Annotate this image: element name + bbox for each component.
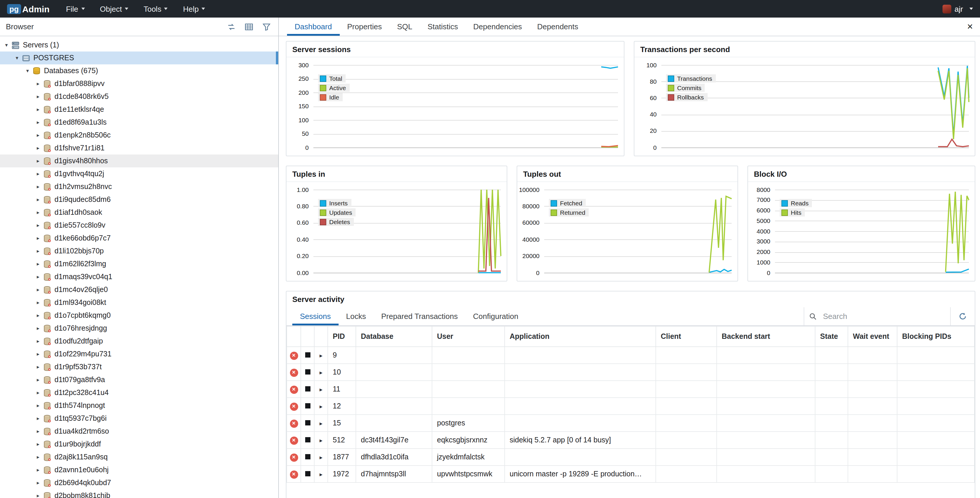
chevron-right-icon[interactable]: ▸ bbox=[320, 403, 323, 410]
chevron-right-icon[interactable]: ▸ bbox=[34, 209, 42, 215]
tree-item-database[interactable]: ▸d1ie557cc8lo9v bbox=[0, 219, 278, 232]
chevron-right-icon[interactable]: ▸ bbox=[34, 132, 42, 138]
chevron-right-icon[interactable]: ▸ bbox=[34, 454, 42, 460]
terminate-session-icon[interactable]: ✕ bbox=[290, 369, 298, 377]
chevron-right-icon[interactable]: ▸ bbox=[34, 81, 42, 87]
session-row[interactable]: ✕▸15postgres bbox=[287, 415, 974, 431]
terminate-session-icon[interactable]: ✕ bbox=[290, 436, 298, 445]
tree-item-server-postgres[interactable]: ▾POSTGRES bbox=[0, 51, 278, 64]
tree-item-database[interactable]: ▸d1enpk2n8b506c bbox=[0, 129, 278, 142]
tree-item-servers[interactable]: ▾Servers (1) bbox=[0, 39, 278, 51]
terminate-session-icon[interactable]: ✕ bbox=[290, 454, 298, 462]
menu-tools[interactable]: Tools bbox=[143, 5, 168, 13]
chevron-right-icon[interactable]: ▸ bbox=[34, 325, 42, 331]
tree-item-database[interactable]: ▸d1cde8408rk6v5 bbox=[0, 90, 278, 103]
tree-item-database[interactable]: ▸d1ed8f69a1u3ls bbox=[0, 116, 278, 129]
session-row[interactable]: ✕▸9 bbox=[287, 347, 974, 364]
chevron-right-icon[interactable]: ▸ bbox=[34, 184, 42, 190]
chevron-right-icon[interactable]: ▸ bbox=[320, 369, 323, 376]
chevron-right-icon[interactable]: ▸ bbox=[34, 94, 42, 100]
menu-help[interactable]: Help bbox=[183, 5, 205, 13]
session-row[interactable]: ✕▸512dc3t4f143gil7eeqkcsgbjsrxnnzsidekiq… bbox=[287, 431, 974, 449]
cancel-query-icon[interactable] bbox=[305, 437, 310, 442]
chevron-right-icon[interactable]: ▸ bbox=[34, 158, 42, 164]
column-header-database[interactable]: Database bbox=[356, 326, 432, 347]
tree-item-database[interactable]: ▸d1ml934goi08kt bbox=[0, 296, 278, 309]
tree-item-database[interactable]: ▸d1i9qudec85dm6 bbox=[0, 193, 278, 206]
terminate-session-icon[interactable]: ✕ bbox=[290, 420, 298, 428]
chevron-right-icon[interactable]: ▸ bbox=[34, 338, 42, 344]
column-header-wait-event[interactable]: Wait event bbox=[848, 326, 897, 347]
chevron-right-icon[interactable]: ▸ bbox=[34, 300, 42, 306]
chevron-right-icon[interactable]: ▸ bbox=[34, 416, 42, 421]
terminate-session-icon[interactable]: ✕ bbox=[290, 385, 298, 394]
cancel-query-icon[interactable] bbox=[305, 471, 310, 476]
terminate-session-icon[interactable]: ✕ bbox=[290, 403, 298, 411]
tree-item-database[interactable]: ▸d2bobm8k81chib bbox=[0, 489, 278, 498]
activity-tab-prepared-transactions[interactable]: Prepared Transactions bbox=[374, 307, 465, 325]
filter-icon[interactable] bbox=[261, 21, 272, 32]
tree-item-database[interactable]: ▸d1of229m4pu731 bbox=[0, 347, 278, 360]
chevron-right-icon[interactable]: ▸ bbox=[34, 171, 42, 177]
column-header-user[interactable]: User bbox=[432, 326, 504, 347]
tree-item-database[interactable]: ▸d1th574lnpnogt bbox=[0, 399, 278, 412]
cancel-query-icon[interactable] bbox=[305, 403, 310, 408]
chevron-right-icon[interactable]: ▸ bbox=[34, 235, 42, 241]
chevron-right-icon[interactable]: ▸ bbox=[34, 274, 42, 280]
chevron-right-icon[interactable]: ▸ bbox=[34, 428, 42, 434]
chevron-right-icon[interactable]: ▸ bbox=[34, 287, 42, 293]
column-header-state[interactable]: State bbox=[815, 326, 848, 347]
chevron-right-icon[interactable]: ▸ bbox=[320, 420, 323, 427]
chevron-right-icon[interactable]: ▸ bbox=[320, 386, 323, 393]
tree-item-database[interactable]: ▸d1fshve71r1i81 bbox=[0, 142, 278, 154]
chevron-right-icon[interactable]: ▸ bbox=[34, 222, 42, 228]
table-grid-icon[interactable] bbox=[243, 21, 255, 32]
activity-tab-locks[interactable]: Locks bbox=[339, 307, 374, 325]
tree-item-database[interactable]: ▸d1t2pc328c41u4 bbox=[0, 386, 278, 399]
cancel-query-icon[interactable] bbox=[305, 352, 310, 358]
tab-dashboard[interactable]: Dashboard bbox=[287, 17, 339, 36]
chevron-right-icon[interactable]: ▸ bbox=[34, 248, 42, 254]
chevron-right-icon[interactable]: ▸ bbox=[320, 454, 323, 460]
tab-dependents[interactable]: Dependents bbox=[530, 17, 586, 36]
tree-item-databases[interactable]: ▾Databases (675) bbox=[0, 64, 278, 77]
tree-item-database[interactable]: ▸d1t079ga8tfv9a bbox=[0, 373, 278, 386]
tab-sql[interactable]: SQL bbox=[390, 17, 420, 36]
column-header-client[interactable]: Client bbox=[656, 326, 717, 347]
chevron-right-icon[interactable]: ▸ bbox=[34, 351, 42, 357]
close-icon[interactable]: ✕ bbox=[960, 17, 980, 36]
tree-item-database[interactable]: ▸d1ur9bojrjkddf bbox=[0, 438, 278, 450]
column-header-backend-start[interactable]: Backend start bbox=[717, 326, 815, 347]
tab-dependencies[interactable]: Dependencies bbox=[466, 17, 530, 36]
chevron-right-icon[interactable]: ▸ bbox=[34, 119, 42, 125]
tree-item-database[interactable]: ▸d1o7cpbt6kqmg0 bbox=[0, 309, 278, 322]
column-header-blocking-pids[interactable]: Blocking PIDs bbox=[897, 326, 974, 347]
tree-item-database[interactable]: ▸d2aj8k115an9sq bbox=[0, 450, 278, 463]
search-input[interactable] bbox=[822, 311, 945, 321]
tree-item-database[interactable]: ▸d1r9pf53b737t bbox=[0, 360, 278, 373]
cancel-query-icon[interactable] bbox=[305, 420, 310, 425]
chevron-right-icon[interactable]: ▸ bbox=[34, 480, 42, 486]
chevron-right-icon[interactable]: ▸ bbox=[34, 493, 42, 498]
tree-item-database[interactable]: ▸d2b69d4qk0ubd7 bbox=[0, 476, 278, 489]
tree-item-database[interactable]: ▸d1li102bbjs70p bbox=[0, 244, 278, 257]
tree-item-database[interactable]: ▸d1e11etklsr4qe bbox=[0, 103, 278, 116]
terminate-session-icon[interactable]: ✕ bbox=[290, 471, 298, 479]
chevron-right-icon[interactable]: ▸ bbox=[34, 106, 42, 113]
tree-item-database[interactable]: ▸d1bfar0888ipvv bbox=[0, 77, 278, 90]
column-header-application[interactable]: Application bbox=[504, 326, 656, 347]
session-row[interactable]: ✕▸1972d7hajmntsp3llupvwhtstpcsmwkunicorn… bbox=[287, 466, 974, 482]
tree-item-database[interactable]: ▸d1m62ll62f3lmg bbox=[0, 257, 278, 270]
chevron-right-icon[interactable]: ▸ bbox=[34, 377, 42, 383]
session-row[interactable]: ✕▸10 bbox=[287, 364, 974, 381]
session-row[interactable]: ✕▸1877dfhdla3d1c0ifajzyekdmfalctsk bbox=[287, 449, 974, 466]
tree-item-database[interactable]: ▸d1tq5937c7bg6i bbox=[0, 412, 278, 425]
tab-statistics[interactable]: Statistics bbox=[420, 17, 466, 36]
tree-item-database[interactable]: ▸d1iaf1dh0saok bbox=[0, 206, 278, 219]
chevron-right-icon[interactable]: ▸ bbox=[34, 390, 42, 396]
cancel-query-icon[interactable] bbox=[305, 386, 310, 392]
chevron-right-icon[interactable]: ▸ bbox=[34, 467, 42, 473]
chevron-right-icon[interactable]: ▸ bbox=[320, 352, 323, 359]
chevron-right-icon[interactable]: ▸ bbox=[34, 197, 42, 203]
cancel-query-icon[interactable] bbox=[305, 454, 310, 459]
